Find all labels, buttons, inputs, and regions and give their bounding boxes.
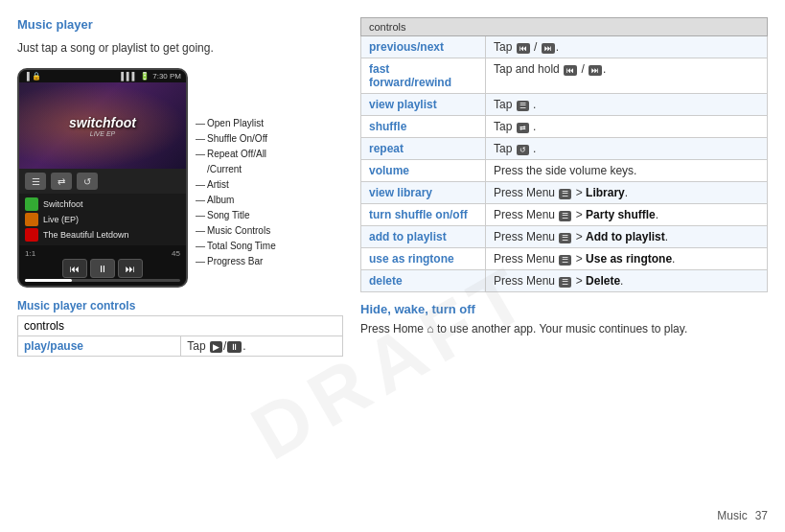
- hide-section: Hide, wake, turn off Press Home ⌂ to use…: [360, 302, 768, 337]
- right-column: controls previous/next Tap ⏮ / ⏭. fastfo…: [360, 17, 768, 515]
- status-time: 7:30 PM: [152, 72, 181, 81]
- open-playlist-button[interactable]: ☰: [25, 173, 46, 190]
- phone-controls-bar: ☰ ⇄ ↺: [19, 169, 186, 194]
- add-to-playlist-key: add to playlist: [361, 226, 486, 248]
- turn-shuffle-row: turn shuffle on/off Press Menu ☰ > Party…: [361, 204, 768, 226]
- current-time: 1:1: [25, 249, 35, 258]
- shuffle-row: shuffle Tap ⇄ .: [361, 116, 768, 138]
- hide-text: Press Home ⌂ to use another app. Your mu…: [360, 320, 768, 337]
- album-art-text: switchfoot: [69, 115, 136, 130]
- shuffle-val: Tap ⇄ .: [486, 116, 768, 138]
- use-as-ringtone-row: use as ringtone Press Menu ☰ > Use as ri…: [361, 248, 768, 270]
- album-name: Live (EP): [43, 215, 79, 224]
- repeat-row: repeat Tap ↺ .: [361, 138, 768, 160]
- repeat-key: repeat: [361, 138, 486, 160]
- volume-val: Press the side volume keys.: [486, 160, 768, 182]
- phone-track-info: Switchfoot Live (EP) The Beautiful Letdo…: [19, 194, 186, 245]
- signal-icon: ▐: [24, 72, 30, 81]
- annotation-artist: Artist: [199, 177, 276, 193]
- controls-header-cell: controls: [18, 316, 343, 336]
- phone-status-bar: ▐ 🔒 ▌▌▌ 🔋 7:30 PM: [19, 70, 186, 82]
- battery-icon: 🔋: [140, 72, 150, 81]
- add-to-playlist-label: Add to playlist: [586, 230, 665, 243]
- ff-icon: ⏮: [564, 65, 577, 76]
- shuffle-key: shuffle: [361, 116, 486, 138]
- phone-playback-bar: 1:1 45 ⏮ ⏸ ⏭: [19, 245, 186, 286]
- page-container: Music player Just tap a song or playlist…: [0, 0, 785, 532]
- ff-rewind-row: fastforward/rewind Tap and hold ⏮ / ⏭.: [361, 58, 768, 94]
- progress-bar: [25, 279, 180, 282]
- prev-icon: ⏮: [517, 43, 530, 54]
- progress-bar-fill: [25, 279, 72, 282]
- volume-key: volume: [361, 160, 486, 182]
- menu-icon-1: ☰: [559, 189, 571, 199]
- shuffle-button[interactable]: ⇄: [51, 173, 72, 190]
- controls-header-row: controls: [18, 316, 343, 336]
- delete-val: Press Menu ☰ > Delete.: [486, 270, 768, 292]
- hide-title: Hide, wake, turn off: [360, 302, 768, 316]
- annotation-song-title: Song Title: [199, 208, 276, 223]
- page-footer: Music 37: [717, 509, 768, 522]
- use-as-ringtone-val: Press Menu ☰ > Use as ringtone.: [486, 248, 768, 270]
- view-playlist-val: Tap ☰ .: [486, 94, 768, 116]
- artist-icon: [25, 197, 38, 211]
- music-player-controls-section: Music player controls controls play/paus…: [17, 299, 343, 357]
- phone-wrapper: ▐ 🔒 ▌▌▌ 🔋 7:30 PM switchfoot LIVE EP: [17, 68, 343, 288]
- footer-label: Music: [717, 509, 747, 522]
- artist-row: Switchfoot: [25, 197, 180, 212]
- volume-row: volume Press the side volume keys.: [361, 160, 768, 182]
- menu-icon-3: ☰: [559, 233, 571, 243]
- annotation-progress-bar: Progress Bar: [199, 254, 276, 269]
- view-playlist-key: view playlist: [361, 94, 486, 116]
- annotation-total-song-time: Total Song Time: [199, 239, 276, 254]
- play-pause-val: Tap ▶/⏸.: [181, 336, 343, 357]
- next-icon: ⏭: [542, 43, 555, 54]
- next-button[interactable]: ⏭: [118, 259, 143, 278]
- delete-key: delete: [361, 270, 486, 292]
- prev-next-key: previous/next: [361, 36, 486, 58]
- annotation-repeat: Repeat Off/All/Current: [199, 147, 276, 177]
- annotation-music-controls: Music Controls: [199, 223, 276, 239]
- right-controls-table: controls previous/next Tap ⏮ / ⏭. fastfo…: [360, 17, 768, 292]
- status-icons-right: ▌▌▌ 🔋 7:30 PM: [121, 72, 181, 81]
- album-row: Live (EP): [25, 212, 180, 227]
- play-pause-button[interactable]: ⏸: [90, 259, 115, 278]
- repeat-ctrl-icon: ↺: [517, 145, 529, 155]
- playlist-icon: ☰: [517, 101, 529, 111]
- shuffle-ctrl-icon: ⇄: [517, 123, 529, 133]
- song-row: The Beautiful Letdown: [25, 227, 180, 243]
- party-shuffle-label: Party shuffle: [586, 208, 656, 221]
- repeat-button[interactable]: ↺: [77, 173, 98, 190]
- menu-icon-5: ☰: [559, 277, 571, 288]
- album-art-subtitle: LIVE EP: [69, 130, 136, 137]
- section-description: Just tap a song or playlist to get going…: [17, 41, 343, 55]
- status-icons: ▐ 🔒: [24, 72, 41, 81]
- footer-page-number: 37: [755, 509, 768, 522]
- turn-shuffle-key: turn shuffle on/off: [361, 204, 486, 226]
- annotations: Open Playlist Shuffle On/Off Repeat Off/…: [199, 68, 276, 269]
- view-library-row: view library Press Menu ☰ > Library.: [361, 182, 768, 204]
- play-icon: ▶: [210, 341, 222, 353]
- annotation-open-playlist: Open Playlist: [199, 116, 276, 131]
- play-pause-key: play/pause: [18, 336, 181, 357]
- phone-mockup: ▐ 🔒 ▌▌▌ 🔋 7:30 PM switchfoot LIVE EP: [17, 68, 188, 288]
- prev-next-val: Tap ⏮ / ⏭.: [486, 36, 768, 58]
- add-to-playlist-row: add to playlist Press Menu ☰ > Add to pl…: [361, 226, 768, 248]
- view-playlist-row: view playlist Tap ☰ .: [361, 94, 768, 116]
- menu-icon-4: ☰: [559, 255, 571, 266]
- controls-table-left: controls play/pause Tap ▶/⏸.: [17, 315, 343, 357]
- controls-section-title: Music player controls: [17, 299, 343, 312]
- view-library-val: Press Menu ☰ > Library.: [486, 182, 768, 204]
- left-column: Music player Just tap a song or playlist…: [17, 17, 343, 515]
- total-time: 45: [172, 249, 180, 258]
- annotation-shuffle: Shuffle On/Off: [199, 131, 276, 147]
- delete-label: Delete: [586, 274, 620, 288]
- pause-icon: ⏸: [227, 341, 242, 353]
- prev-button[interactable]: ⏮: [62, 259, 87, 278]
- turn-shuffle-val: Press Menu ☰ > Party shuffle.: [486, 204, 768, 226]
- use-as-ringtone-key: use as ringtone: [361, 248, 486, 270]
- library-label: Library: [586, 186, 625, 199]
- menu-icon-2: ☰: [559, 211, 571, 221]
- time-row: 1:1 45: [23, 248, 182, 259]
- playback-controls: ⏮ ⏸ ⏭: [23, 259, 182, 278]
